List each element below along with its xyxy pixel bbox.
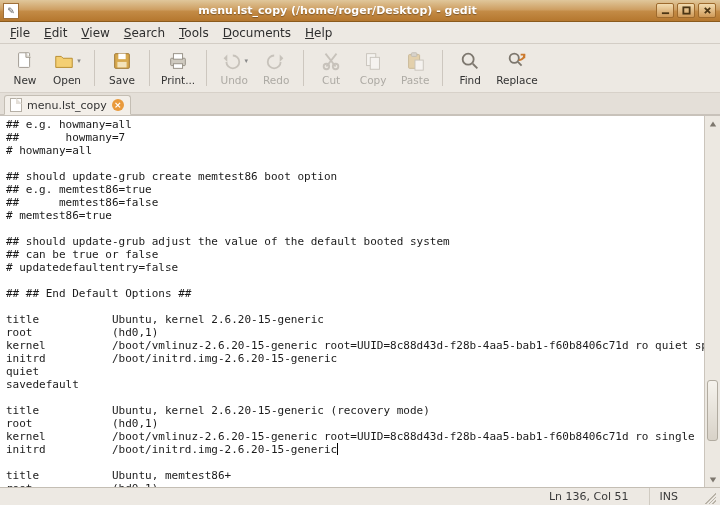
menu-help[interactable]: Help — [299, 24, 338, 42]
window-titlebar: ✎ menu.lst_copy (/home/roger/Desktop) - … — [0, 0, 720, 22]
status-insert-mode: INS — [649, 488, 688, 505]
menu-documents[interactable]: Documents — [217, 24, 297, 42]
close-button[interactable] — [698, 3, 716, 18]
toolbar-separator — [149, 50, 150, 86]
undo-icon — [220, 50, 242, 72]
minimize-button[interactable] — [656, 3, 674, 18]
scroll-up-button[interactable] — [705, 116, 720, 131]
svg-rect-7 — [173, 64, 182, 69]
redo-button[interactable]: Redo — [255, 46, 297, 90]
chevron-down-icon: ▾ — [77, 57, 81, 65]
statusbar: Ln 136, Col 51 INS — [0, 487, 720, 505]
svg-rect-6 — [173, 54, 182, 60]
svg-rect-14 — [415, 60, 423, 70]
scrollbar-track[interactable] — [705, 131, 720, 472]
svg-rect-4 — [117, 62, 126, 67]
save-button[interactable]: Save — [101, 46, 143, 90]
chevron-down-icon: ▾ — [244, 57, 248, 65]
svg-point-15 — [463, 54, 474, 65]
toolbar-separator — [206, 50, 207, 86]
redo-icon — [265, 50, 287, 72]
maximize-button[interactable] — [677, 3, 695, 18]
close-icon — [703, 6, 712, 15]
scroll-down-button[interactable] — [705, 472, 720, 487]
scrollbar-thumb[interactable] — [707, 380, 718, 441]
toolbar-separator — [303, 50, 304, 86]
app-icon: ✎ — [3, 3, 19, 19]
copy-button[interactable]: Copy — [352, 46, 394, 90]
document-tab-label: menu.lst_copy — [27, 99, 107, 112]
new-file-icon — [14, 50, 36, 72]
cut-button[interactable]: Cut — [310, 46, 352, 90]
menu-edit[interactable]: Edit — [38, 24, 73, 42]
text-editor[interactable]: ## e.g. howmany=all ## howmany=7 # howma… — [0, 116, 704, 487]
status-cursor-position: Ln 136, Col 51 — [539, 488, 639, 505]
maximize-icon — [682, 6, 691, 15]
replace-icon — [506, 50, 528, 72]
replace-button[interactable]: Replace — [491, 46, 543, 90]
resize-grip-icon[interactable] — [702, 490, 716, 504]
tab-close-button[interactable]: × — [112, 99, 124, 111]
vertical-scrollbar[interactable] — [704, 116, 720, 487]
menu-tools[interactable]: Tools — [173, 24, 215, 42]
new-button[interactable]: New — [4, 46, 46, 90]
editor-area: ## e.g. howmany=all ## howmany=7 # howma… — [0, 115, 720, 487]
find-icon — [459, 50, 481, 72]
toolbar-separator — [442, 50, 443, 86]
text-file-icon — [10, 98, 22, 112]
text-caret — [337, 443, 338, 455]
print-button[interactable]: Print... — [156, 46, 200, 90]
copy-icon — [362, 50, 384, 72]
svg-point-16 — [510, 54, 519, 63]
svg-rect-0 — [683, 7, 689, 13]
menu-file[interactable]: File — [4, 24, 36, 42]
svg-rect-3 — [118, 54, 125, 60]
toolbar: New ▾ Open Save Print... — [0, 44, 720, 93]
save-icon — [111, 50, 133, 72]
toolbar-separator — [94, 50, 95, 86]
undo-button[interactable]: ▾ Undo — [213, 46, 255, 90]
open-button[interactable]: ▾ Open — [46, 46, 88, 90]
paste-icon — [404, 50, 426, 72]
menubar: File Edit View Search Tools Documents He… — [0, 22, 720, 44]
paste-button[interactable]: Paste — [394, 46, 436, 90]
document-tabstrip: menu.lst_copy × — [0, 93, 720, 115]
svg-rect-13 — [412, 53, 418, 57]
window-title: menu.lst_copy (/home/roger/Desktop) - ge… — [19, 4, 656, 17]
open-icon — [53, 50, 75, 72]
minimize-icon — [661, 6, 670, 15]
cut-icon — [320, 50, 342, 72]
document-tab[interactable]: menu.lst_copy × — [4, 95, 131, 115]
window-controls — [656, 3, 716, 18]
print-icon — [167, 50, 189, 72]
find-button[interactable]: Find — [449, 46, 491, 90]
svg-rect-11 — [370, 57, 379, 69]
menu-search[interactable]: Search — [118, 24, 171, 42]
menu-view[interactable]: View — [75, 24, 115, 42]
